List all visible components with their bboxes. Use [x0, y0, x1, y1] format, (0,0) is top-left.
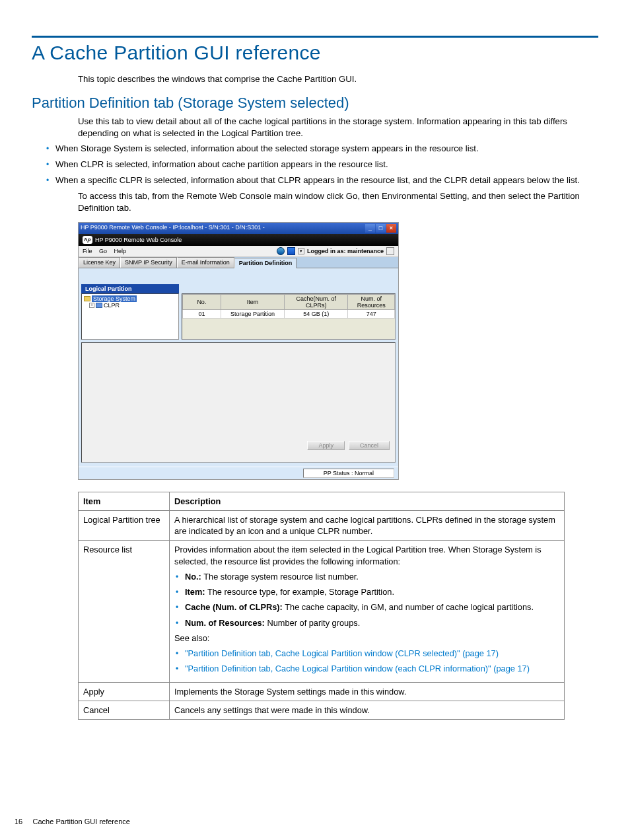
tab-snmp[interactable]: SNMP IP Security	[120, 257, 177, 268]
list-item: "Partition Definition tab, Cache Logical…	[176, 648, 559, 659]
table-row: Resource list Provides information about…	[79, 541, 565, 682]
menu-bar: File Go Help ▾ Logged in as: maintenance	[79, 246, 398, 257]
minimize-icon[interactable]: _	[365, 224, 375, 233]
th-item: Item	[79, 492, 170, 510]
window-title: HP P9000 Remote Web Console - IP:localho…	[81, 224, 265, 233]
close-icon[interactable]: ×	[386, 224, 396, 233]
table-row: Cancel Cancels any settings that were ma…	[79, 701, 565, 719]
detail-pane: Apply Cancel	[81, 342, 396, 463]
feature-list: When Storage System is selected, informa…	[46, 143, 598, 186]
console-screenshot: HP P9000 Remote Web Console - IP:localho…	[78, 222, 399, 480]
footer-title: Cache Partition GUI reference	[33, 818, 130, 825]
page-footer: 16 Cache Partition GUI reference	[15, 818, 130, 825]
login-status: Logged in as: maintenance	[307, 248, 384, 254]
cell-desc: Provides information about the item sele…	[170, 541, 565, 682]
cross-ref-link[interactable]: "Partition Definition tab, Cache Logical…	[185, 648, 499, 658]
tree-root[interactable]: Storage System	[92, 295, 137, 302]
see-also-label: See also:	[174, 632, 559, 644]
page-title: A Cache Partition GUI reference	[32, 42, 598, 64]
maximize-icon[interactable]: □	[376, 224, 386, 233]
exit-icon[interactable]	[386, 247, 394, 255]
th-desc: Description	[170, 492, 565, 510]
list-item: When Storage System is selected, informa…	[46, 143, 598, 155]
app-header: hp HP P9000 Remote Web Console	[79, 234, 398, 246]
section-heading: Partition Definition tab (Storage System…	[32, 95, 598, 112]
menu-help[interactable]: Help	[114, 248, 127, 254]
list-item: When CLPR is selected, information about…	[46, 159, 598, 171]
table-row[interactable]: 01 Storage Partition 54 GB (1) 747	[183, 309, 395, 318]
cell-desc: Implements the Storage System settings m…	[170, 682, 565, 701]
list-item: "Partition Definition tab, Cache Logical…	[176, 663, 559, 674]
expand-icon[interactable]: +	[89, 303, 94, 308]
cell-item: Storage Partition	[221, 309, 284, 318]
col-item[interactable]: Item	[221, 294, 284, 309]
table-row: Apply Implements the Storage System sett…	[79, 682, 565, 701]
cell-no: 01	[183, 309, 221, 318]
intro-para: This topic describes the windows that co…	[78, 73, 598, 85]
list-item: Num. of Resources: Number of parity grou…	[176, 617, 559, 629]
col-no[interactable]: No.	[183, 294, 221, 309]
cell-item: Cancel	[79, 701, 170, 719]
list-item: No.: The storage system resource list nu…	[176, 571, 559, 582]
tab-license[interactable]: License Key	[79, 257, 120, 268]
hp-logo-icon: hp	[83, 236, 92, 244]
list-item: Cache (Num. of CLPRs): The cache capacit…	[176, 601, 559, 613]
tab-bar: License Key SNMP IP Security E-mail Info…	[79, 257, 398, 268]
section-p1: Use this tab to view detail about all of…	[78, 116, 598, 139]
list-item: Item: The resource type, for example, St…	[176, 586, 559, 597]
tab-email[interactable]: E-mail Information	[177, 257, 234, 268]
dropdown-icon[interactable]: ▾	[298, 248, 304, 254]
folder-icon	[96, 303, 102, 308]
folder-icon	[84, 296, 90, 301]
window-titlebar[interactable]: HP P9000 Remote Web Console - IP:localho…	[79, 223, 398, 234]
refresh-icon[interactable]	[287, 247, 295, 255]
table-row: Logical Partition tree A hierarchical li…	[79, 510, 565, 541]
cell-desc: Cancels any settings that were made in t…	[170, 701, 565, 719]
tree-clpr[interactable]: CLPR	[104, 302, 120, 309]
pp-status: PP Status : Normal	[303, 469, 394, 478]
tab-partition[interactable]: Partition Definition	[234, 258, 297, 268]
menu-go[interactable]: Go	[99, 248, 107, 254]
section-p2: To access this tab, from the Remote Web …	[78, 190, 598, 214]
apply-button[interactable]: Apply	[307, 441, 345, 450]
menu-file[interactable]: File	[83, 248, 92, 254]
app-title: HP P9000 Remote Web Console	[95, 237, 182, 243]
partition-tree[interactable]: Storage System + CLPR	[81, 293, 179, 340]
globe-icon[interactable]	[277, 247, 285, 255]
cancel-button[interactable]: Cancel	[349, 441, 390, 450]
list-item: When a specific CLPR is selected, inform…	[46, 174, 598, 186]
cross-ref-link[interactable]: "Partition Definition tab, Cache Logical…	[185, 664, 530, 673]
col-cache[interactable]: Cache(Num. of CLPRs)	[285, 294, 348, 309]
tree-header: Logical Partition	[81, 284, 179, 293]
resource-intro: Provides information about the item sele…	[174, 545, 542, 566]
cell-res: 747	[348, 309, 395, 318]
cell-cache: 54 GB (1)	[285, 309, 348, 318]
description-table: Item Description Logical Partition tree …	[78, 492, 565, 720]
page-number: 16	[15, 818, 22, 825]
status-bar: PP Status : Normal	[79, 467, 398, 479]
cell-item: Logical Partition tree	[79, 510, 170, 541]
resource-grid[interactable]: No. Item Cache(Num. of CLPRs) Num. of Re…	[182, 293, 396, 340]
cell-item: Apply	[79, 682, 170, 701]
cell-item: Resource list	[79, 541, 170, 682]
col-resources[interactable]: Num. of Resources	[348, 294, 395, 309]
cell-desc: A hierarchical list of storage system an…	[170, 510, 565, 541]
